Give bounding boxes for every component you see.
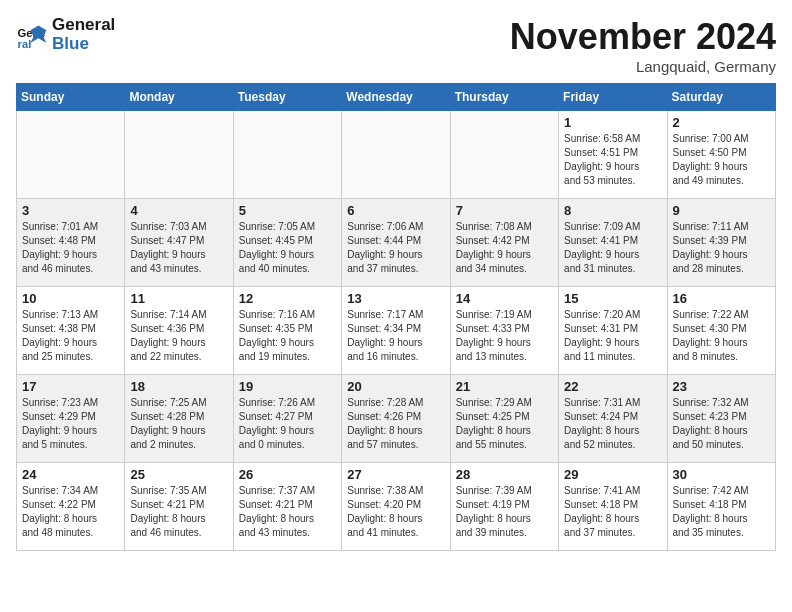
day-cell: 7Sunrise: 7:08 AM Sunset: 4:42 PM Daylig… bbox=[450, 199, 558, 287]
logo-line1: General bbox=[52, 16, 115, 35]
day-cell: 28Sunrise: 7:39 AM Sunset: 4:19 PM Dayli… bbox=[450, 463, 558, 551]
header-row: SundayMondayTuesdayWednesdayThursdayFrid… bbox=[17, 84, 776, 111]
week-row-1: 1Sunrise: 6:58 AM Sunset: 4:51 PM Daylig… bbox=[17, 111, 776, 199]
col-header-monday: Monday bbox=[125, 84, 233, 111]
week-row-2: 3Sunrise: 7:01 AM Sunset: 4:48 PM Daylig… bbox=[17, 199, 776, 287]
day-number: 3 bbox=[22, 203, 119, 218]
day-number: 19 bbox=[239, 379, 336, 394]
day-number: 25 bbox=[130, 467, 227, 482]
page-header: Gene ral General Blue November 2024 Lang… bbox=[16, 16, 776, 75]
day-cell: 22Sunrise: 7:31 AM Sunset: 4:24 PM Dayli… bbox=[559, 375, 667, 463]
day-cell: 11Sunrise: 7:14 AM Sunset: 4:36 PM Dayli… bbox=[125, 287, 233, 375]
day-info: Sunrise: 7:16 AM Sunset: 4:35 PM Dayligh… bbox=[239, 308, 336, 364]
day-cell: 30Sunrise: 7:42 AM Sunset: 4:18 PM Dayli… bbox=[667, 463, 775, 551]
day-info: Sunrise: 7:28 AM Sunset: 4:26 PM Dayligh… bbox=[347, 396, 444, 452]
day-number: 17 bbox=[22, 379, 119, 394]
day-cell bbox=[233, 111, 341, 199]
day-info: Sunrise: 7:03 AM Sunset: 4:47 PM Dayligh… bbox=[130, 220, 227, 276]
month-title: November 2024 bbox=[510, 16, 776, 58]
col-header-tuesday: Tuesday bbox=[233, 84, 341, 111]
day-info: Sunrise: 7:23 AM Sunset: 4:29 PM Dayligh… bbox=[22, 396, 119, 452]
day-number: 24 bbox=[22, 467, 119, 482]
day-cell: 25Sunrise: 7:35 AM Sunset: 4:21 PM Dayli… bbox=[125, 463, 233, 551]
svg-text:ral: ral bbox=[18, 37, 32, 49]
col-header-wednesday: Wednesday bbox=[342, 84, 450, 111]
day-cell: 8Sunrise: 7:09 AM Sunset: 4:41 PM Daylig… bbox=[559, 199, 667, 287]
day-info: Sunrise: 7:29 AM Sunset: 4:25 PM Dayligh… bbox=[456, 396, 553, 452]
day-cell bbox=[17, 111, 125, 199]
day-number: 27 bbox=[347, 467, 444, 482]
day-number: 13 bbox=[347, 291, 444, 306]
day-info: Sunrise: 7:38 AM Sunset: 4:20 PM Dayligh… bbox=[347, 484, 444, 540]
day-info: Sunrise: 7:17 AM Sunset: 4:34 PM Dayligh… bbox=[347, 308, 444, 364]
day-number: 2 bbox=[673, 115, 770, 130]
day-number: 7 bbox=[456, 203, 553, 218]
day-cell bbox=[125, 111, 233, 199]
col-header-thursday: Thursday bbox=[450, 84, 558, 111]
day-cell: 17Sunrise: 7:23 AM Sunset: 4:29 PM Dayli… bbox=[17, 375, 125, 463]
day-info: Sunrise: 7:20 AM Sunset: 4:31 PM Dayligh… bbox=[564, 308, 661, 364]
day-info: Sunrise: 7:01 AM Sunset: 4:48 PM Dayligh… bbox=[22, 220, 119, 276]
day-cell: 26Sunrise: 7:37 AM Sunset: 4:21 PM Dayli… bbox=[233, 463, 341, 551]
day-number: 20 bbox=[347, 379, 444, 394]
day-info: Sunrise: 7:19 AM Sunset: 4:33 PM Dayligh… bbox=[456, 308, 553, 364]
col-header-friday: Friday bbox=[559, 84, 667, 111]
day-info: Sunrise: 7:25 AM Sunset: 4:28 PM Dayligh… bbox=[130, 396, 227, 452]
day-info: Sunrise: 7:05 AM Sunset: 4:45 PM Dayligh… bbox=[239, 220, 336, 276]
day-cell: 15Sunrise: 7:20 AM Sunset: 4:31 PM Dayli… bbox=[559, 287, 667, 375]
day-cell: 12Sunrise: 7:16 AM Sunset: 4:35 PM Dayli… bbox=[233, 287, 341, 375]
day-info: Sunrise: 7:35 AM Sunset: 4:21 PM Dayligh… bbox=[130, 484, 227, 540]
location: Langquaid, Germany bbox=[510, 58, 776, 75]
day-cell: 10Sunrise: 7:13 AM Sunset: 4:38 PM Dayli… bbox=[17, 287, 125, 375]
day-cell: 21Sunrise: 7:29 AM Sunset: 4:25 PM Dayli… bbox=[450, 375, 558, 463]
day-number: 5 bbox=[239, 203, 336, 218]
day-number: 12 bbox=[239, 291, 336, 306]
day-info: Sunrise: 7:26 AM Sunset: 4:27 PM Dayligh… bbox=[239, 396, 336, 452]
day-number: 29 bbox=[564, 467, 661, 482]
day-cell: 16Sunrise: 7:22 AM Sunset: 4:30 PM Dayli… bbox=[667, 287, 775, 375]
day-cell: 4Sunrise: 7:03 AM Sunset: 4:47 PM Daylig… bbox=[125, 199, 233, 287]
day-number: 21 bbox=[456, 379, 553, 394]
day-info: Sunrise: 7:09 AM Sunset: 4:41 PM Dayligh… bbox=[564, 220, 661, 276]
day-number: 11 bbox=[130, 291, 227, 306]
day-info: Sunrise: 7:14 AM Sunset: 4:36 PM Dayligh… bbox=[130, 308, 227, 364]
day-info: Sunrise: 7:34 AM Sunset: 4:22 PM Dayligh… bbox=[22, 484, 119, 540]
week-row-5: 24Sunrise: 7:34 AM Sunset: 4:22 PM Dayli… bbox=[17, 463, 776, 551]
day-cell: 5Sunrise: 7:05 AM Sunset: 4:45 PM Daylig… bbox=[233, 199, 341, 287]
day-info: Sunrise: 7:42 AM Sunset: 4:18 PM Dayligh… bbox=[673, 484, 770, 540]
logo-icon: Gene ral bbox=[16, 19, 48, 51]
week-row-3: 10Sunrise: 7:13 AM Sunset: 4:38 PM Dayli… bbox=[17, 287, 776, 375]
day-cell bbox=[342, 111, 450, 199]
logo: Gene ral General Blue bbox=[16, 16, 115, 53]
day-number: 18 bbox=[130, 379, 227, 394]
col-header-sunday: Sunday bbox=[17, 84, 125, 111]
day-info: Sunrise: 7:37 AM Sunset: 4:21 PM Dayligh… bbox=[239, 484, 336, 540]
day-number: 23 bbox=[673, 379, 770, 394]
day-cell: 24Sunrise: 7:34 AM Sunset: 4:22 PM Dayli… bbox=[17, 463, 125, 551]
day-info: Sunrise: 7:22 AM Sunset: 4:30 PM Dayligh… bbox=[673, 308, 770, 364]
title-block: November 2024 Langquaid, Germany bbox=[510, 16, 776, 75]
day-cell: 3Sunrise: 7:01 AM Sunset: 4:48 PM Daylig… bbox=[17, 199, 125, 287]
logo-line2: Blue bbox=[52, 35, 115, 54]
day-cell: 13Sunrise: 7:17 AM Sunset: 4:34 PM Dayli… bbox=[342, 287, 450, 375]
day-cell: 27Sunrise: 7:38 AM Sunset: 4:20 PM Dayli… bbox=[342, 463, 450, 551]
day-info: Sunrise: 7:00 AM Sunset: 4:50 PM Dayligh… bbox=[673, 132, 770, 188]
day-number: 15 bbox=[564, 291, 661, 306]
day-number: 4 bbox=[130, 203, 227, 218]
day-number: 9 bbox=[673, 203, 770, 218]
calendar-table: SundayMondayTuesdayWednesdayThursdayFrid… bbox=[16, 83, 776, 551]
col-header-saturday: Saturday bbox=[667, 84, 775, 111]
day-number: 26 bbox=[239, 467, 336, 482]
day-info: Sunrise: 7:06 AM Sunset: 4:44 PM Dayligh… bbox=[347, 220, 444, 276]
day-info: Sunrise: 7:08 AM Sunset: 4:42 PM Dayligh… bbox=[456, 220, 553, 276]
day-cell: 20Sunrise: 7:28 AM Sunset: 4:26 PM Dayli… bbox=[342, 375, 450, 463]
day-cell: 14Sunrise: 7:19 AM Sunset: 4:33 PM Dayli… bbox=[450, 287, 558, 375]
week-row-4: 17Sunrise: 7:23 AM Sunset: 4:29 PM Dayli… bbox=[17, 375, 776, 463]
day-cell: 29Sunrise: 7:41 AM Sunset: 4:18 PM Dayli… bbox=[559, 463, 667, 551]
day-cell: 19Sunrise: 7:26 AM Sunset: 4:27 PM Dayli… bbox=[233, 375, 341, 463]
day-number: 8 bbox=[564, 203, 661, 218]
day-number: 10 bbox=[22, 291, 119, 306]
day-cell bbox=[450, 111, 558, 199]
day-cell: 1Sunrise: 6:58 AM Sunset: 4:51 PM Daylig… bbox=[559, 111, 667, 199]
day-number: 14 bbox=[456, 291, 553, 306]
